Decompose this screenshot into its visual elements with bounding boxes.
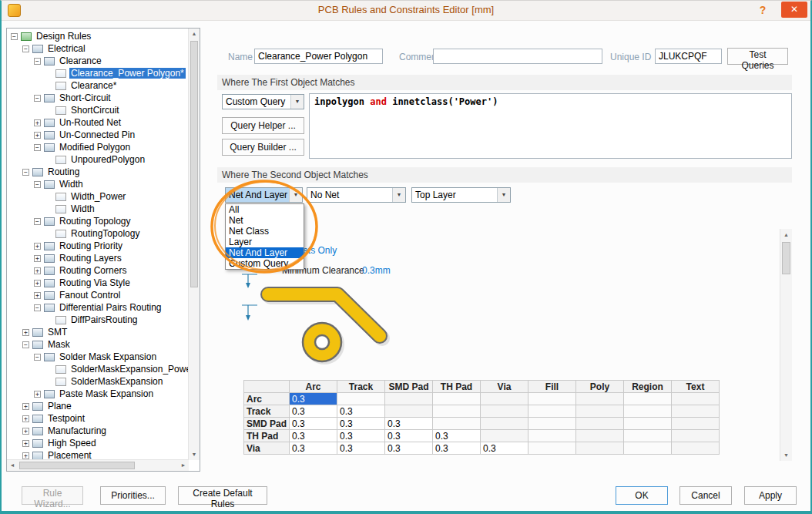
tree-item[interactable]: −Solder Mask Expansion xyxy=(8,351,188,363)
ok-button[interactable]: OK xyxy=(616,486,668,505)
collapse-icon[interactable]: − xyxy=(22,169,29,176)
scroll-left-icon[interactable]: ◄ xyxy=(7,460,18,471)
tree-item[interactable]: +Plane xyxy=(8,400,188,412)
tree-item[interactable]: Width_Power xyxy=(8,190,188,203)
expand-icon[interactable]: + xyxy=(34,119,41,126)
clearance-value-cell[interactable]: 0.3 xyxy=(290,393,337,405)
close-button[interactable]: ✕ xyxy=(781,2,807,18)
tree-item-label[interactable]: Width xyxy=(69,203,96,214)
second-scope-dropdown[interactable]: Net And Layer ▼ xyxy=(225,187,303,203)
tree-item[interactable]: −Mask xyxy=(8,338,188,351)
clearance-value-cell[interactable]: 0.3 xyxy=(337,418,385,430)
dropdown-option[interactable]: Net Class xyxy=(226,226,304,237)
collapse-icon[interactable]: − xyxy=(34,354,41,361)
collapse-icon[interactable]: − xyxy=(34,304,41,311)
unique-id-input[interactable] xyxy=(655,49,722,64)
comment-input[interactable] xyxy=(433,49,602,64)
tree-item-label[interactable]: Clearance xyxy=(58,55,103,66)
net-dropdown[interactable]: No Net ▼ xyxy=(307,187,406,203)
collapse-icon[interactable]: − xyxy=(34,58,41,65)
tree-item-label[interactable]: SolderMaskExpansion_Powe xyxy=(69,364,188,375)
minimum-clearance-value[interactable]: 0.3mm xyxy=(362,265,391,276)
tree-item[interactable]: +Routing Via Style xyxy=(8,277,188,289)
clearance-value-cell[interactable]: 0.3 xyxy=(385,442,433,455)
tree-item[interactable]: −Routing xyxy=(8,166,188,178)
clearance-value-cell[interactable]: 0.3 xyxy=(337,442,385,455)
expand-icon[interactable]: + xyxy=(22,428,29,435)
expand-icon[interactable]: + xyxy=(34,255,41,262)
tree-item[interactable]: −Width xyxy=(8,178,188,190)
tree-item[interactable]: +Placement xyxy=(8,449,188,459)
clearance-value-cell[interactable]: 0.3 xyxy=(290,418,337,430)
tree-item[interactable]: −Design Rules xyxy=(8,30,188,42)
tree-item[interactable]: +Routing Priority xyxy=(8,240,188,252)
collapse-icon[interactable]: − xyxy=(34,95,41,102)
expand-icon[interactable]: + xyxy=(22,415,29,422)
tree-item-label[interactable]: Clearance_Power Polygon* xyxy=(69,68,186,79)
tree-item[interactable]: +Testpoint xyxy=(8,412,188,425)
priorities-button[interactable]: Priorities... xyxy=(100,486,166,505)
tree-item-label[interactable]: Mask xyxy=(46,339,72,350)
tree-item[interactable]: +Fanout Control xyxy=(8,289,188,301)
dropdown-option[interactable]: Custom Query xyxy=(226,258,304,269)
clearance-value-cell[interactable]: 0.3 xyxy=(433,430,481,442)
query-builder-button[interactable]: Query Builder ... xyxy=(222,139,304,156)
expand-icon[interactable]: + xyxy=(22,403,29,410)
clearance-value-cell[interactable]: 0.3 xyxy=(290,405,337,418)
expand-icon[interactable]: + xyxy=(34,243,41,250)
tree-item[interactable]: −Clearance xyxy=(8,55,188,67)
scroll-down-icon[interactable]: ▼ xyxy=(189,449,200,460)
collapse-icon[interactable]: − xyxy=(11,33,18,40)
tree-item[interactable]: UnpouredPolygon xyxy=(8,153,188,166)
constraints-vscroll-thumb[interactable] xyxy=(782,242,790,274)
tree-item[interactable]: Clearance* xyxy=(8,79,188,92)
expand-icon[interactable]: + xyxy=(22,440,29,447)
query-editor[interactable]: inpolygon and innetclass('Power') xyxy=(309,93,792,159)
expand-icon[interactable]: + xyxy=(34,132,41,139)
expand-icon[interactable]: + xyxy=(34,391,41,398)
tree-item-label[interactable]: Routing Topology xyxy=(58,216,133,227)
tree-item[interactable]: +Routing Corners xyxy=(8,264,188,277)
scroll-right-icon[interactable]: ► xyxy=(178,460,189,471)
clearance-value-cell[interactable]: 0.3 xyxy=(290,442,337,455)
constraints-vertical-scrollbar[interactable]: ▲ ▼ xyxy=(780,229,792,461)
first-scope-dropdown[interactable]: Custom Query ▼ xyxy=(222,94,304,109)
help-button[interactable]: ? xyxy=(755,2,770,18)
chevron-down-icon[interactable]: ▼ xyxy=(392,188,405,202)
cancel-button[interactable]: Cancel xyxy=(679,486,732,505)
clearance-value-cell[interactable]: 0.3 xyxy=(337,430,385,442)
tree-item[interactable]: +Routing Layers xyxy=(8,252,188,264)
tree-item-label[interactable]: Manufacturing xyxy=(46,425,108,436)
apply-button[interactable]: Apply xyxy=(744,486,797,505)
tree-item[interactable]: −Differential Pairs Routing xyxy=(8,301,188,314)
tree-item[interactable]: −Modified Polygon xyxy=(8,141,188,153)
tree-item-label[interactable]: Electrical xyxy=(46,43,87,54)
tree-item-label[interactable]: RoutingTopology xyxy=(69,228,141,239)
clearance-value-cell[interactable]: 0.3 xyxy=(433,442,481,455)
tree-item[interactable]: −Short-Circuit xyxy=(8,92,188,104)
tree-item[interactable]: +Manufacturing xyxy=(8,425,188,437)
tree-item-label[interactable]: Solder Mask Expansion xyxy=(58,351,158,362)
clearance-value-cell[interactable]: 0.3 xyxy=(481,442,528,455)
expand-icon[interactable]: + xyxy=(22,329,29,336)
tree-item-label[interactable]: Modified Polygon xyxy=(58,142,132,153)
create-default-rules-button[interactable]: Create Default Rules xyxy=(178,486,267,505)
collapse-icon[interactable]: − xyxy=(34,144,41,151)
test-queries-button[interactable]: Test Queries xyxy=(727,48,788,65)
tree-item-label[interactable]: SolderMaskExpansion xyxy=(69,376,164,387)
expand-icon[interactable]: + xyxy=(34,292,41,299)
dropdown-option[interactable]: Net And Layer xyxy=(226,247,304,258)
tree-item-label[interactable]: Fanout Control xyxy=(58,290,122,301)
tree-item[interactable]: SolderMaskExpansion_Powe xyxy=(8,363,188,375)
tree-item-label[interactable]: Routing xyxy=(46,166,81,177)
chevron-down-icon[interactable]: ▼ xyxy=(289,188,302,202)
collapse-icon[interactable]: − xyxy=(22,45,29,52)
tree-item-label[interactable]: Un-Routed Net xyxy=(58,117,122,128)
collapse-icon[interactable]: − xyxy=(34,218,41,225)
clearance-value-cell[interactable]: 0.3 xyxy=(385,418,433,430)
clearance-value-cell[interactable]: 0.3 xyxy=(385,430,433,442)
dropdown-option[interactable]: Layer xyxy=(226,237,304,247)
collapse-icon[interactable]: − xyxy=(22,341,29,348)
tree-item[interactable]: +Paste Mask Expansion xyxy=(8,388,188,400)
tree-item[interactable]: DiffPairsRouting xyxy=(8,314,188,326)
